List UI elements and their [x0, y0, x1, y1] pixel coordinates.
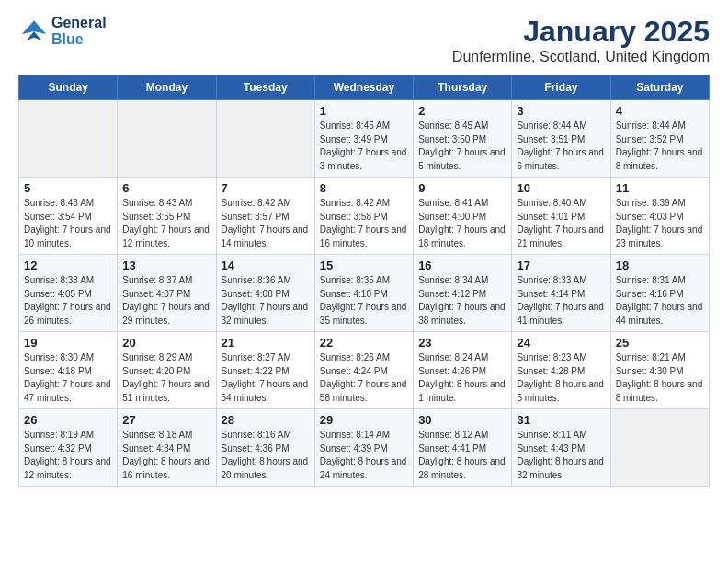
day-number: 21 — [222, 336, 310, 350]
day-info: Sunrise: 8:18 AM Sunset: 4:34 PM Dayligh… — [122, 429, 210, 482]
day-number: 27 — [122, 413, 210, 427]
calendar-table: SundayMondayTuesdayWednesdayThursdayFrid… — [18, 75, 710, 487]
day-number: 4 — [616, 104, 704, 118]
day-info: Sunrise: 8:35 AM Sunset: 4:10 PM Dayligh… — [320, 274, 408, 327]
day-number: 24 — [517, 336, 605, 350]
logo-icon — [20, 17, 48, 45]
day-number: 31 — [517, 413, 605, 427]
calendar-cell: 2Sunrise: 8:45 AM Sunset: 3:50 PM Daylig… — [414, 100, 512, 178]
day-info: Sunrise: 8:26 AM Sunset: 4:24 PM Dayligh… — [320, 351, 408, 405]
day-header-thursday: Thursday — [414, 75, 512, 100]
day-info: Sunrise: 8:38 AM Sunset: 4:05 PM Dayligh… — [24, 274, 112, 327]
week-row-3: 12Sunrise: 8:38 AM Sunset: 4:05 PM Dayli… — [19, 255, 710, 332]
calendar-cell: 26Sunrise: 8:19 AM Sunset: 4:32 PM Dayli… — [19, 409, 118, 487]
day-info: Sunrise: 8:33 AM Sunset: 4:14 PM Dayligh… — [517, 274, 605, 327]
day-info: Sunrise: 8:23 AM Sunset: 4:28 PM Dayligh… — [517, 351, 605, 405]
calendar-cell: 27Sunrise: 8:18 AM Sunset: 4:34 PM Dayli… — [118, 409, 216, 487]
header: General Blue January 2025 Dunfermline, S… — [18, 15, 710, 65]
day-number: 8 — [320, 181, 408, 195]
week-row-5: 26Sunrise: 8:19 AM Sunset: 4:32 PM Dayli… — [19, 409, 710, 487]
day-info: Sunrise: 8:44 AM Sunset: 3:51 PM Dayligh… — [517, 120, 605, 173]
day-header-friday: Friday — [512, 75, 610, 100]
day-number: 3 — [517, 104, 605, 118]
calendar-cell: 7Sunrise: 8:42 AM Sunset: 3:57 PM Daylig… — [216, 178, 314, 255]
calendar-cell — [216, 100, 314, 178]
calendar-title: January 2025 — [452, 15, 710, 49]
day-info: Sunrise: 8:39 AM Sunset: 4:03 PM Dayligh… — [616, 197, 704, 250]
day-number: 11 — [616, 181, 704, 195]
day-number: 18 — [616, 259, 704, 272]
calendar-cell: 31Sunrise: 8:11 AM Sunset: 4:43 PM Dayli… — [512, 409, 610, 487]
calendar-cell: 20Sunrise: 8:29 AM Sunset: 4:20 PM Dayli… — [118, 332, 216, 409]
calendar-cell: 29Sunrise: 8:14 AM Sunset: 4:39 PM Dayli… — [314, 409, 413, 487]
calendar-cell: 24Sunrise: 8:23 AM Sunset: 4:28 PM Dayli… — [512, 332, 610, 409]
day-info: Sunrise: 8:19 AM Sunset: 4:32 PM Dayligh… — [24, 429, 112, 482]
day-number: 22 — [320, 336, 408, 350]
day-number: 25 — [616, 336, 704, 350]
calendar-cell: 19Sunrise: 8:30 AM Sunset: 4:18 PM Dayli… — [19, 332, 118, 409]
calendar-cell — [19, 100, 118, 178]
day-info: Sunrise: 8:16 AM Sunset: 4:36 PM Dayligh… — [222, 429, 310, 482]
day-info: Sunrise: 8:34 AM Sunset: 4:12 PM Dayligh… — [418, 274, 506, 327]
calendar-subtitle: Dunfermline, Scotland, United Kingdom — [452, 49, 710, 65]
day-number: 17 — [517, 259, 605, 272]
day-info: Sunrise: 8:37 AM Sunset: 4:07 PM Dayligh… — [122, 274, 210, 327]
day-number: 1 — [320, 104, 408, 118]
day-info: Sunrise: 8:43 AM Sunset: 3:55 PM Dayligh… — [122, 197, 210, 250]
day-info: Sunrise: 8:24 AM Sunset: 4:26 PM Dayligh… — [418, 351, 506, 405]
calendar-cell: 4Sunrise: 8:44 AM Sunset: 3:52 PM Daylig… — [610, 100, 709, 178]
day-info: Sunrise: 8:12 AM Sunset: 4:41 PM Dayligh… — [418, 429, 506, 482]
calendar-cell — [610, 409, 709, 487]
day-number: 30 — [418, 413, 506, 427]
calendar-cell: 25Sunrise: 8:21 AM Sunset: 4:30 PM Dayli… — [610, 332, 709, 409]
day-info: Sunrise: 8:36 AM Sunset: 4:08 PM Dayligh… — [222, 274, 310, 327]
day-info: Sunrise: 8:27 AM Sunset: 4:22 PM Dayligh… — [222, 351, 310, 405]
day-header-wednesday: Wednesday — [314, 75, 413, 100]
day-number: 13 — [122, 259, 210, 272]
calendar-cell: 13Sunrise: 8:37 AM Sunset: 4:07 PM Dayli… — [118, 255, 216, 332]
calendar-cell: 21Sunrise: 8:27 AM Sunset: 4:22 PM Dayli… — [216, 332, 314, 409]
calendar-cell: 16Sunrise: 8:34 AM Sunset: 4:12 PM Dayli… — [414, 255, 512, 332]
day-number: 29 — [320, 413, 408, 427]
days-header-row: SundayMondayTuesdayWednesdayThursdayFrid… — [19, 75, 710, 100]
calendar-cell: 9Sunrise: 8:41 AM Sunset: 4:00 PM Daylig… — [414, 178, 512, 255]
calendar-cell: 22Sunrise: 8:26 AM Sunset: 4:24 PM Dayli… — [314, 332, 413, 409]
calendar-cell: 11Sunrise: 8:39 AM Sunset: 4:03 PM Dayli… — [610, 178, 709, 255]
day-header-monday: Monday — [118, 75, 216, 100]
week-row-2: 5Sunrise: 8:43 AM Sunset: 3:54 PM Daylig… — [19, 178, 710, 255]
day-header-saturday: Saturday — [610, 75, 709, 100]
day-number: 2 — [418, 104, 506, 118]
calendar-cell: 15Sunrise: 8:35 AM Sunset: 4:10 PM Dayli… — [314, 255, 413, 332]
day-info: Sunrise: 8:42 AM Sunset: 3:58 PM Dayligh… — [320, 197, 408, 250]
day-number: 19 — [24, 336, 112, 350]
day-info: Sunrise: 8:45 AM Sunset: 3:50 PM Dayligh… — [418, 120, 506, 173]
calendar-cell — [118, 100, 216, 178]
day-number: 10 — [517, 181, 605, 195]
day-number: 14 — [222, 259, 310, 272]
day-header-tuesday: Tuesday — [216, 75, 314, 100]
calendar-cell: 23Sunrise: 8:24 AM Sunset: 4:26 PM Dayli… — [414, 332, 512, 409]
calendar-cell: 12Sunrise: 8:38 AM Sunset: 4:05 PM Dayli… — [19, 255, 118, 332]
day-info: Sunrise: 8:31 AM Sunset: 4:16 PM Dayligh… — [616, 274, 704, 327]
svg-marker-1 — [27, 31, 42, 40]
day-info: Sunrise: 8:44 AM Sunset: 3:52 PM Dayligh… — [616, 120, 704, 173]
day-info: Sunrise: 8:45 AM Sunset: 3:49 PM Dayligh… — [320, 120, 408, 173]
day-number: 7 — [222, 181, 310, 195]
calendar-cell: 3Sunrise: 8:44 AM Sunset: 3:51 PM Daylig… — [512, 100, 610, 178]
day-number: 12 — [24, 259, 112, 272]
day-info: Sunrise: 8:14 AM Sunset: 4:39 PM Dayligh… — [320, 429, 408, 482]
day-info: Sunrise: 8:21 AM Sunset: 4:30 PM Dayligh… — [616, 351, 704, 405]
day-number: 26 — [24, 413, 112, 427]
calendar-cell: 6Sunrise: 8:43 AM Sunset: 3:55 PM Daylig… — [118, 178, 216, 255]
day-info: Sunrise: 8:43 AM Sunset: 3:54 PM Dayligh… — [24, 197, 112, 250]
page: General Blue January 2025 Dunfermline, S… — [0, 0, 728, 501]
logo: General Blue — [18, 15, 107, 47]
day-number: 6 — [122, 181, 210, 195]
day-info: Sunrise: 8:42 AM Sunset: 3:57 PM Dayligh… — [222, 197, 310, 250]
calendar-cell: 14Sunrise: 8:36 AM Sunset: 4:08 PM Dayli… — [216, 255, 314, 332]
calendar-cell: 10Sunrise: 8:40 AM Sunset: 4:01 PM Dayli… — [512, 178, 610, 255]
logo-text-general: General — [51, 15, 107, 31]
calendar-cell: 1Sunrise: 8:45 AM Sunset: 3:49 PM Daylig… — [314, 100, 413, 178]
day-info: Sunrise: 8:11 AM Sunset: 4:43 PM Dayligh… — [517, 429, 605, 482]
logo-text-blue: Blue — [51, 31, 107, 48]
